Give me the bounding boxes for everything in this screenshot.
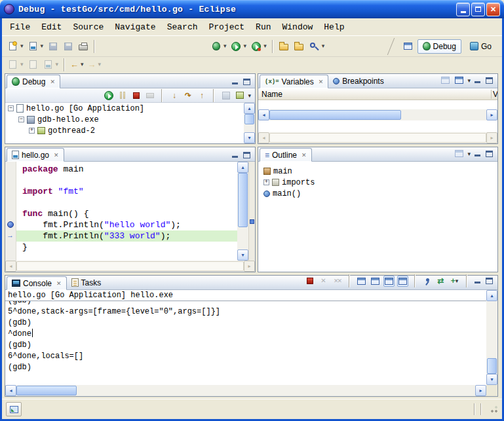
- outline-item-imports[interactable]: + imports: [263, 177, 497, 188]
- breakpoint-icon[interactable]: [7, 221, 14, 228]
- close-icon[interactable]: ✕: [54, 152, 59, 158]
- prev-annotation-button[interactable]: [26, 57, 41, 73]
- variables-tree-area[interactable]: [258, 100, 497, 109]
- chevron-down-icon[interactable]: ▾: [263, 43, 267, 49]
- view-menu-icon[interactable]: ▾: [467, 151, 471, 157]
- print-button[interactable]: [75, 39, 90, 54]
- minimize-view-icon[interactable]: [473, 277, 482, 285]
- menu-project[interactable]: Project: [208, 22, 244, 32]
- last-edit-location-button[interactable]: ▾: [41, 57, 61, 73]
- debug-launch-button[interactable]: ▾: [208, 39, 229, 54]
- scroll-right-icon[interactable]: ▸: [475, 385, 486, 396]
- back-button[interactable]: ← ▾: [68, 57, 86, 73]
- sort-button[interactable]: [454, 148, 465, 159]
- editor-horizontal-scrollbar[interactable]: ◂ ▸: [5, 261, 255, 272]
- scroll-left-icon[interactable]: ◂: [5, 385, 16, 396]
- pin-console-button[interactable]: [421, 276, 433, 287]
- open-project-button[interactable]: [292, 39, 307, 54]
- terminate-button[interactable]: [130, 90, 142, 101]
- collapse-icon[interactable]: −: [8, 105, 14, 111]
- minimize-view-icon[interactable]: [473, 150, 482, 158]
- step-return-button[interactable]: ↑: [196, 90, 207, 101]
- close-button[interactable]: ✕: [486, 3, 500, 16]
- editor-gutter[interactable]: →: [5, 162, 16, 261]
- remove-all-launches-button[interactable]: ✕✕: [332, 276, 343, 287]
- view-menu-icon[interactable]: ▾: [248, 92, 251, 99]
- step-over-button[interactable]: ↷: [182, 90, 193, 101]
- minimize-view-icon[interactable]: [231, 78, 240, 86]
- view-menu-icon[interactable]: ▾: [467, 77, 471, 84]
- chevron-down-icon[interactable]: ▾: [20, 43, 24, 49]
- scroll-up-icon[interactable]: ▴: [237, 162, 248, 173]
- scrollbar-thumb[interactable]: [16, 386, 77, 395]
- maximize-view-icon[interactable]: [485, 77, 494, 84]
- show-stdout-toggle[interactable]: [383, 276, 395, 287]
- close-icon[interactable]: ✕: [319, 79, 324, 85]
- console-output[interactable]: (gdb) 5^done,stack-args=[frame={level="0…: [5, 301, 486, 385]
- column-value-partial[interactable]: V: [491, 90, 497, 99]
- scroll-down-icon[interactable]: ▾: [486, 374, 497, 385]
- tab-outline[interactable]: ≡ Outline ✕: [260, 148, 312, 162]
- variables-detail-pane[interactable]: [258, 120, 497, 132]
- tab-debug[interactable]: Debug ✕: [7, 75, 60, 88]
- chevron-down-icon[interactable]: ▾: [456, 278, 459, 284]
- open-resource-button[interactable]: [277, 39, 292, 54]
- tab-tasks[interactable]: Tasks: [67, 276, 106, 289]
- open-perspective-icon[interactable]: [402, 41, 414, 52]
- tree-row[interactable]: + gothread-2: [5, 125, 244, 136]
- drop-to-frame-button[interactable]: [220, 90, 231, 101]
- menu-file[interactable]: File: [10, 22, 30, 32]
- resume-button[interactable]: [103, 90, 114, 101]
- use-step-filters-button[interactable]: [234, 90, 245, 101]
- close-icon[interactable]: ✕: [56, 280, 62, 287]
- detail-horizontal-scrollbar[interactable]: ◂ ▸: [258, 132, 497, 143]
- show-type-names-button[interactable]: [440, 75, 451, 86]
- chevron-down-icon[interactable]: ▾: [98, 62, 102, 67]
- word-wrap-button[interactable]: [370, 276, 381, 287]
- collapse-all-button[interactable]: [454, 75, 465, 86]
- minimize-button[interactable]: [456, 3, 470, 16]
- scroll-up-icon[interactable]: ▴: [244, 103, 255, 114]
- scrollbar-thumb[interactable]: [487, 358, 497, 374]
- menu-run[interactable]: Run: [256, 22, 271, 32]
- menu-help[interactable]: Help: [324, 22, 344, 32]
- maximize-button[interactable]: [471, 3, 485, 16]
- chevron-down-icon[interactable]: ▾: [223, 43, 227, 49]
- search-button[interactable]: ▾: [307, 39, 327, 54]
- code-area[interactable]: package main import "fmt" func main() { …: [16, 162, 237, 261]
- debug-vertical-scrollbar[interactable]: ▴ ▾: [244, 103, 255, 143]
- minimize-view-icon[interactable]: [473, 77, 482, 84]
- new-go-file-button[interactable]: ▾: [26, 39, 46, 54]
- perspective-debug-button[interactable]: Debug: [417, 39, 461, 54]
- outline-item-main-func[interactable]: main(): [263, 188, 497, 199]
- disconnect-button[interactable]: [144, 90, 155, 101]
- show-stderr-toggle[interactable]: [397, 276, 408, 287]
- external-tools-button[interactable]: ▾: [248, 39, 269, 54]
- suspend-button[interactable]: [117, 90, 128, 101]
- column-name[interactable]: Name: [258, 90, 491, 99]
- save-button[interactable]: [45, 39, 60, 54]
- tab-breakpoints[interactable]: Breakpoints: [328, 74, 388, 88]
- chevron-down-icon[interactable]: ▾: [41, 43, 44, 49]
- title-bar[interactable]: Debug - testGo/src/cmd/hello.go - Eclips…: [0, 0, 504, 18]
- menu-window[interactable]: Window: [282, 22, 313, 32]
- maximize-view-icon[interactable]: [242, 78, 252, 86]
- editor-vertical-scrollbar[interactable]: ▴ ▾: [237, 162, 248, 261]
- tree-row[interactable]: − gdb-hello.exe: [5, 114, 244, 125]
- tab-console[interactable]: Console ✕: [7, 276, 67, 290]
- variables-horizontal-scrollbar[interactable]: ◂ ▸: [258, 109, 497, 120]
- expand-icon[interactable]: +: [29, 128, 35, 134]
- menu-navigate[interactable]: Navigate: [115, 22, 155, 32]
- new-wizard-button[interactable]: ▾: [5, 39, 26, 54]
- console-horizontal-scrollbar[interactable]: ◂ ▸: [5, 385, 486, 396]
- terminate-button[interactable]: [304, 276, 315, 287]
- scrollbar-thumb[interactable]: [269, 110, 401, 120]
- expand-icon[interactable]: +: [263, 179, 269, 185]
- display-selected-console-button[interactable]: ⇄: [435, 276, 446, 287]
- perspective-go-button[interactable]: Go: [465, 40, 496, 53]
- scroll-up-icon[interactable]: ▴: [486, 290, 497, 301]
- chevron-down-icon[interactable]: ▾: [81, 62, 84, 67]
- forward-button[interactable]: → ▾: [86, 57, 104, 73]
- scroll-left-icon[interactable]: ◂: [258, 109, 269, 120]
- fast-view-button[interactable]: [6, 402, 22, 416]
